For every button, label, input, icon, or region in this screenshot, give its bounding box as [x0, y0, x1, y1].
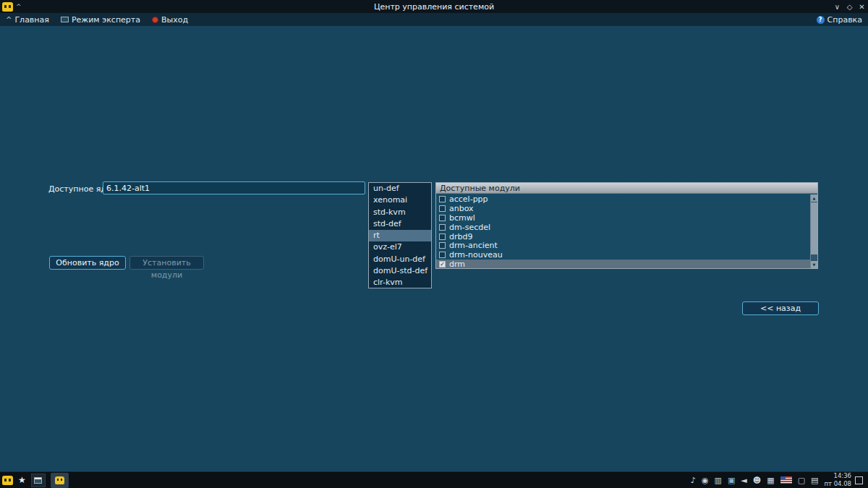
- module-row[interactable]: accel-ppp: [436, 194, 810, 204]
- modules-scrollbar[interactable]: ▲ ▼: [810, 194, 817, 268]
- shade-icon[interactable]: ^: [16, 3, 22, 10]
- notifications-bell-icon[interactable]: ♪: [691, 476, 696, 484]
- module-checkbox[interactable]: [439, 196, 446, 202]
- display-settings-icon[interactable]: ▣: [728, 476, 735, 484]
- tray-icons: ♪◉▥▣◄☻▦▢▤: [691, 476, 822, 484]
- module-checkbox[interactable]: [439, 224, 446, 231]
- modules-list: Доступные модули accel-pppanboxbcmwldm-s…: [435, 182, 818, 269]
- menu-item-exit[interactable]: Выход: [152, 15, 188, 25]
- record-icon[interactable]: ◉: [702, 476, 709, 484]
- clipboard-icon[interactable]: ▥: [714, 476, 721, 484]
- menu-item-home-label: Главная: [14, 15, 49, 25]
- scrollbar-thumb[interactable]: [811, 202, 817, 254]
- monitor-icon[interactable]: ▦: [767, 476, 774, 484]
- flavour-item[interactable]: domU-std-def: [369, 265, 431, 277]
- scroll-up-icon[interactable]: ▲: [811, 194, 817, 202]
- module-name: drbd9: [449, 232, 472, 241]
- minimize-button[interactable]: ∨: [831, 3, 843, 11]
- favorites-star-icon[interactable]: ★: [18, 475, 26, 485]
- open-app-button[interactable]: [31, 474, 46, 487]
- module-checkbox[interactable]: ✓: [439, 261, 446, 267]
- titlebar: ^ Центр управления системой ∨ ◇ ✕: [0, 0, 868, 13]
- window-title: Центр управления системой: [0, 2, 868, 12]
- flavour-item[interactable]: domU-un-def: [369, 254, 431, 265]
- flavour-item[interactable]: rt: [369, 230, 431, 241]
- module-row[interactable]: drm-nouveau: [436, 250, 810, 260]
- module-row[interactable]: drbd9: [436, 232, 810, 241]
- install-modules-button[interactable]: Установить модули: [129, 256, 204, 270]
- module-name: drm-ancient: [449, 241, 498, 250]
- module-row[interactable]: bcmwl: [436, 213, 810, 223]
- modules-rows: accel-pppanboxbcmwldm-secdeldrbd9drm-anc…: [436, 194, 810, 268]
- module-row[interactable]: dm-secdel: [436, 223, 810, 232]
- module-row[interactable]: drm-ancient: [436, 241, 810, 250]
- modules-list-header[interactable]: Доступные модули: [436, 183, 817, 194]
- module-name: dm-secdel: [449, 223, 490, 232]
- clock-time: 14:36: [824, 472, 851, 480]
- module-row[interactable]: anbox: [436, 204, 810, 213]
- flavour-item[interactable]: std-kvm: [369, 207, 431, 218]
- menu-item-help-label: Справка: [827, 15, 862, 25]
- flavour-list[interactable]: un-defxenomaistd-kvmstd-defrtovz-el7domU…: [368, 182, 432, 288]
- available-kernel-input[interactable]: [103, 181, 365, 194]
- user-icon[interactable]: ☻: [753, 476, 761, 484]
- control-center-icon: [55, 476, 64, 484]
- module-checkbox[interactable]: [439, 215, 446, 221]
- menubar: ^ Главная Режим эксперта Выход ? Справка: [0, 13, 868, 26]
- flavour-item[interactable]: xenomai: [369, 194, 431, 206]
- update-kernel-button[interactable]: Обновить ядро: [49, 256, 126, 270]
- module-checkbox[interactable]: [439, 205, 446, 212]
- help-icon: ?: [817, 16, 825, 24]
- close-button[interactable]: ✕: [856, 3, 868, 11]
- module-name: drm-nouveau: [449, 250, 503, 260]
- flavour-item[interactable]: un-def: [369, 183, 431, 194]
- flavour-item[interactable]: ovz-el7: [369, 241, 431, 253]
- module-checkbox[interactable]: [439, 242, 446, 249]
- module-name: bcmwl: [449, 213, 475, 223]
- module-name: anbox: [449, 204, 474, 213]
- scroll-down-icon[interactable]: ▼: [811, 261, 817, 268]
- menu-item-home[interactable]: ^ Главная: [6, 15, 49, 25]
- keyboard-icon[interactable]: ▤: [811, 476, 818, 484]
- module-name: drm: [449, 260, 465, 268]
- clock-date: пт 04.08: [824, 480, 851, 488]
- screen-icon[interactable]: ▢: [798, 476, 805, 484]
- flavour-item[interactable]: std-def: [369, 218, 431, 230]
- module-checkbox[interactable]: [439, 252, 446, 258]
- menu-item-expert-mode[interactable]: Режим эксперта: [61, 15, 140, 25]
- show-desktop-button[interactable]: [855, 476, 863, 484]
- app-icon: [2, 2, 13, 12]
- module-checkbox[interactable]: [439, 234, 446, 240]
- clock[interactable]: 14:36 пт 04.08: [824, 472, 851, 487]
- module-name: accel-ppp: [449, 194, 488, 204]
- monitor-icon: [61, 17, 69, 22]
- start-menu-icon[interactable]: [2, 476, 13, 485]
- volume-icon[interactable]: ◄: [741, 476, 746, 484]
- taskbar: ★ ♪◉▥▣◄☻▦▢▤ 14:36 пт 04.08: [0, 471, 868, 488]
- menu-item-exit-label: Выход: [161, 15, 188, 25]
- module-row[interactable]: ✓drm: [436, 260, 810, 268]
- menu-item-help[interactable]: ? Справка: [817, 15, 862, 25]
- flavour-item[interactable]: clr-kvm: [369, 277, 431, 288]
- exit-icon: [152, 17, 158, 23]
- active-task-control-center[interactable]: [51, 473, 69, 488]
- back-button[interactable]: << назад: [742, 301, 819, 315]
- menu-item-expert-mode-label: Режим эксперта: [72, 15, 140, 25]
- keyboard-layout-flag-us-icon[interactable]: [780, 476, 792, 484]
- window-icon: [34, 477, 42, 484]
- home-icon: ^: [6, 16, 12, 24]
- maximize-button[interactable]: ◇: [843, 3, 856, 11]
